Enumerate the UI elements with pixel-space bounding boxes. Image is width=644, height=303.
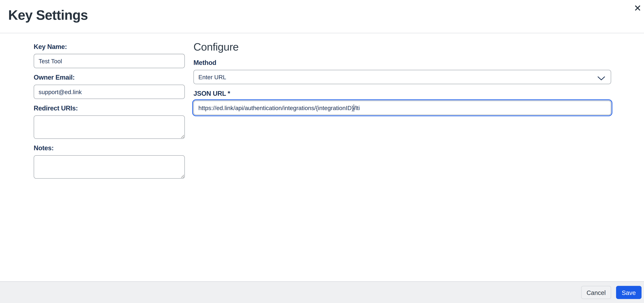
owner-email-label: Owner Email: (34, 74, 185, 81)
chevron-down-icon (598, 75, 605, 82)
cancel-button[interactable]: Cancel (581, 286, 611, 299)
configure-section: Configure Method Enter URL JSON URL * ht… (194, 33, 611, 282)
owner-email-input[interactable] (34, 84, 185, 99)
notes-label: Notes: (34, 144, 185, 152)
screen: Key Settings Key Name: Owner Email: Redi… (0, 0, 644, 303)
key-name-input[interactable] (34, 54, 185, 68)
json-url-value-before-caret: https://ed.link/api/authentication/integ… (198, 104, 354, 111)
json-url-value-after-caret: /lti (354, 104, 360, 111)
page-title: Key Settings (8, 7, 88, 23)
close-icon (635, 5, 640, 10)
modal-header: Key Settings (0, 0, 644, 33)
redirect-uris-textarea[interactable] (34, 116, 185, 139)
configure-heading: Configure (194, 41, 611, 54)
method-label: Method (194, 59, 611, 66)
modal-body: Key Name: Owner Email: Redirect URIs: No… (0, 33, 644, 282)
json-url-label: JSON URL * (194, 90, 611, 97)
close-button[interactable] (633, 3, 642, 12)
modal-footer: Cancel Save (0, 281, 644, 303)
key-settings-modal: Key Settings Key Name: Owner Email: Redi… (0, 0, 644, 303)
key-details-form: Key Name: Owner Email: Redirect URIs: No… (34, 33, 185, 282)
save-button[interactable]: Save (616, 286, 642, 299)
notes-textarea[interactable] (34, 155, 185, 179)
method-selected-value: Enter URL (198, 74, 226, 80)
json-url-input[interactable]: https://ed.link/api/authentication/integ… (194, 100, 611, 115)
redirect-uris-label: Redirect URIs: (34, 105, 185, 112)
key-name-label: Key Name: (34, 43, 185, 50)
method-select[interactable]: Enter URL (194, 70, 611, 84)
